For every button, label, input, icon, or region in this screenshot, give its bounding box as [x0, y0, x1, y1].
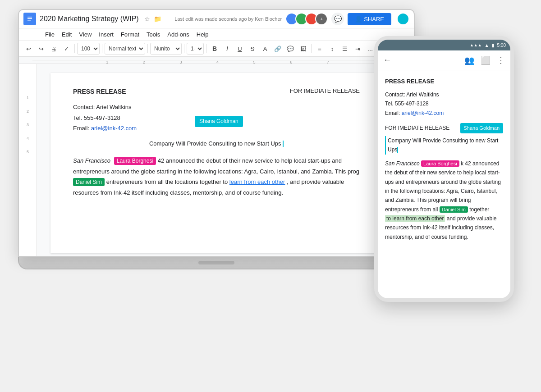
avatar-overflow: +	[315, 13, 328, 25]
divider	[311, 44, 312, 53]
horizontal-ruler: 1 2 3 4 5 6 7	[19, 57, 414, 64]
italic-button[interactable]: I	[221, 43, 233, 55]
last-edit-info: Last edit was made seconds ago by Ken Bl…	[174, 16, 282, 22]
laptop-notch	[198, 261, 234, 264]
subtitle-area: Company Will Provide Consulting to new S…	[73, 139, 360, 149]
phone-nav-bar: ← 👥 ⬜ ⋮	[378, 50, 510, 70]
user-avatar[interactable]	[397, 13, 409, 25]
phone-press-title: PRESS RELEASE	[385, 77, 503, 87]
google-docs-app: 2020 Marketing Strategy (WIP) ☆ 📁 Last e…	[19, 10, 414, 256]
phone-body-end: together	[469, 206, 489, 213]
back-button[interactable]: ←	[383, 55, 391, 65]
redo-button[interactable]: ↪	[35, 43, 47, 55]
for-release: FOR IMEDIATE RELEASE	[290, 87, 360, 96]
font-select[interactable]: Nunito	[150, 43, 182, 55]
text-color-button[interactable]: A	[259, 43, 271, 55]
time-display: 5:00	[497, 43, 506, 48]
underline-button[interactable]: U	[234, 43, 246, 55]
menu-addons[interactable]: Add-ons	[164, 29, 193, 40]
comment-button[interactable]: 💬	[331, 13, 344, 25]
subtitle-text: Company Will Provide Consulting to new S…	[149, 140, 281, 147]
divider	[74, 44, 75, 53]
menu-edit[interactable]: Edit	[58, 29, 75, 40]
press-title: PRESS RELEASE	[73, 87, 126, 96]
style-select[interactable]: Normal text	[105, 43, 145, 55]
line-spacing-button[interactable]: ↕	[326, 43, 338, 55]
body-text-2: entrepreneurs from all the locations tog…	[106, 178, 229, 185]
phone-daniel-badge: Daniel Sim	[440, 206, 468, 213]
laura-badge: Laura Borghesi	[114, 157, 156, 164]
phone-nav-right: 👥 ⬜ ⋮	[464, 55, 505, 65]
phone-mockup: ▲▲▲ ▲ ▮ 5:00 ← 👥 ⬜ ⋮ PRESS RELEASE Conta…	[374, 36, 514, 302]
drive-icon[interactable]: 📁	[154, 15, 161, 23]
body-text: San Francisco Laura Borghesi 42 announce…	[73, 155, 360, 198]
menu-tools[interactable]: Tools	[143, 29, 164, 40]
menu-help[interactable]: Help	[193, 29, 212, 40]
title-action-icons: ☆ 📁	[144, 15, 161, 23]
menu-view[interactable]: View	[75, 29, 95, 40]
learn-text: learn from each other	[229, 178, 285, 185]
share-button[interactable]: 👤 SHARE	[348, 13, 391, 25]
contact-name: Contact: Ariel Waltkins	[73, 102, 360, 112]
shana-goldman-badge: Shana Goldman	[195, 116, 243, 127]
align-button[interactable]: ≡	[314, 43, 326, 55]
phone-city: San Francisco	[385, 160, 420, 167]
email-link[interactable]: ariel@ink-42.com	[91, 125, 137, 132]
laptop: 2020 Marketing Strategy (WIP) ☆ 📁 Last e…	[18, 9, 415, 288]
layout-nav-icon[interactable]: ⬜	[481, 55, 491, 65]
indent-button[interactable]: ⇥	[352, 43, 363, 55]
laptop-base	[18, 257, 415, 269]
image-button[interactable]: 🖼	[297, 43, 309, 55]
zoom-select[interactable]: 100%	[77, 43, 100, 55]
document-title[interactable]: 2020 Marketing Strategy (WIP)	[40, 15, 139, 23]
press-release-header: PRESS RELEASE FOR IMEDIATE RELEASE	[73, 87, 360, 96]
strikethrough-button[interactable]: S	[247, 43, 258, 55]
menu-insert[interactable]: Insert	[95, 29, 117, 40]
phone-body-mid: k 42 announced the debut of their new se…	[385, 160, 501, 213]
svg-rect-1	[28, 17, 32, 18]
people-nav-icon[interactable]: 👥	[464, 55, 474, 65]
more-nav-icon[interactable]: ⋮	[497, 55, 505, 65]
star-icon[interactable]: ☆	[144, 15, 150, 23]
svg-rect-3	[28, 20, 31, 21]
phone-shana-badge: Shana Goldman	[460, 123, 504, 133]
city-name: San Francisco	[73, 157, 110, 164]
phone-body-text: San Francisco Laura Borghesi k 42 announ…	[385, 159, 503, 242]
list-button[interactable]: ☰	[339, 43, 351, 55]
print-button[interactable]: 🖨	[48, 43, 60, 55]
phone-contact-info: Contact: Ariel Waltkins Tel. 555-497-312…	[385, 90, 503, 118]
menu-format[interactable]: Format	[117, 29, 143, 40]
phone-cursor	[397, 147, 398, 153]
title-bar: 2020 Marketing Strategy (WIP) ☆ 📁 Last e…	[19, 10, 414, 28]
left-ruler: 1 2 3 4 5	[19, 64, 37, 256]
link-button[interactable]: 🔗	[272, 43, 284, 55]
spell-check-button[interactable]: ✓	[60, 43, 72, 55]
document-page: Shana Goldman PRESS RELEASE FOR IMEDIATE…	[50, 73, 382, 253]
divider	[147, 44, 148, 53]
daniel-badge: Daniel Sim	[73, 178, 105, 185]
phone-consulting-text: Company Will Provide Consulting to new S…	[385, 136, 503, 155]
svg-rect-2	[28, 18, 32, 19]
toolbar: ↩ ↪ 🖨 ✓ 100% Normal text Nunito 14	[19, 41, 414, 57]
battery-icon: ▮	[492, 43, 495, 48]
cursor	[283, 141, 284, 147]
page-area[interactable]: Shana Goldman PRESS RELEASE FOR IMEDIATE…	[37, 64, 396, 256]
phone-laura-badge: Laura Borghesi	[421, 160, 459, 167]
divider	[206, 44, 206, 53]
phone-contact-name: Contact: Ariel Waltkins	[385, 90, 503, 99]
phone-for-release: FOR IMEDIATE RELEASE	[385, 123, 449, 132]
undo-button[interactable]: ↩	[23, 43, 34, 55]
bold-button[interactable]: B	[209, 43, 220, 55]
phone-document: PRESS RELEASE Contact: Ariel Waltkins Te…	[378, 70, 510, 248]
divider	[184, 44, 184, 53]
menu-file[interactable]: File	[41, 29, 58, 40]
phone-contact-tel: Tel. 555-497-3128	[385, 99, 503, 108]
phone-email-link[interactable]: ariel@ink-42.com	[402, 110, 444, 116]
title-right-area: Last edit was made seconds ago by Ken Bl…	[174, 13, 409, 25]
font-size-select[interactable]: 14	[187, 43, 204, 55]
comment-inline-button[interactable]: 💬	[284, 43, 296, 55]
laptop-screen: 2020 Marketing Strategy (WIP) ☆ 📁 Last e…	[18, 9, 415, 257]
divider	[102, 44, 102, 53]
phone-contact-email: Email: ariel@ink-42.com	[385, 109, 503, 118]
signal-icon: ▲▲▲	[470, 43, 482, 47]
